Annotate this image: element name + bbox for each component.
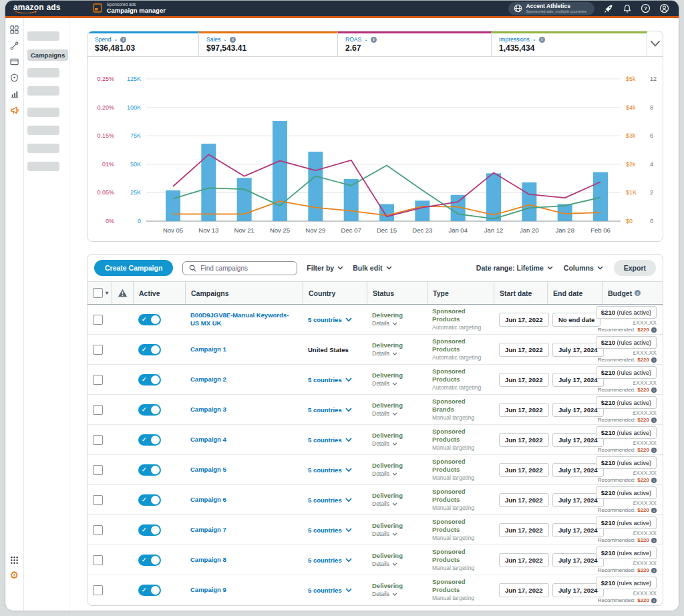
budget-field[interactable]: $210 (rules active) xyxy=(596,547,657,559)
recommended-budget-link[interactable]: $220 xyxy=(637,417,649,423)
nav-placeholder[interactable] xyxy=(27,162,59,171)
budget-field[interactable]: $210 (rules active) xyxy=(596,336,657,349)
country-dropdown[interactable]: 5 countries xyxy=(308,376,352,383)
start-date-field[interactable]: Jun 17, 2022 xyxy=(499,553,549,567)
column-header-campaigns[interactable]: Campaigns xyxy=(185,282,303,304)
status-details-dropdown[interactable]: Details xyxy=(372,561,403,568)
campaign-link[interactable]: B00D9JGV8E-Manual Keywords-US MX UK xyxy=(190,311,297,327)
bulk-edit-dropdown[interactable]: Bulk edit xyxy=(353,264,391,272)
column-header-type[interactable]: Type xyxy=(427,282,494,304)
campaigns-megaphone-icon[interactable] xyxy=(9,105,19,115)
recommendation-info-icon[interactable]: i xyxy=(651,598,657,603)
columns-dropdown[interactable]: Columns xyxy=(564,264,603,272)
metric-info-icon[interactable]: i xyxy=(371,37,377,43)
recommendation-info-icon[interactable]: i xyxy=(651,478,657,483)
active-toggle[interactable]: ✓ xyxy=(138,374,161,386)
active-toggle[interactable]: ✓ xyxy=(138,494,161,506)
row-checkbox[interactable] xyxy=(93,405,103,415)
metric-card-sales[interactable]: Sales⌄i$97,543.41 xyxy=(199,31,338,56)
row-checkbox[interactable] xyxy=(93,465,103,475)
recommended-budget-link[interactable]: $220 xyxy=(637,447,649,453)
recommendation-info-icon[interactable]: i xyxy=(651,538,657,543)
recommendation-info-icon[interactable]: i xyxy=(651,568,657,573)
recommended-budget-link[interactable]: $220 xyxy=(637,537,649,543)
active-toggle[interactable]: ✓ xyxy=(138,585,161,596)
start-date-field[interactable]: Jun 17, 2022 xyxy=(499,463,549,477)
status-details-dropdown[interactable]: Details xyxy=(372,410,403,418)
dashboard-icon[interactable] xyxy=(9,25,19,35)
campaign-link[interactable]: Campaign 2 xyxy=(190,375,226,383)
notifications-bell-icon[interactable] xyxy=(622,3,632,13)
shield-icon[interactable] xyxy=(9,73,19,83)
nav-placeholder[interactable] xyxy=(27,126,59,135)
column-header-end-date[interactable]: End date xyxy=(547,282,602,304)
budget-info-icon[interactable]: i xyxy=(635,290,641,296)
country-dropdown[interactable]: 5 countries xyxy=(308,466,352,474)
recommendation-info-icon[interactable]: i xyxy=(651,388,657,393)
metric-info-icon[interactable]: i xyxy=(539,37,545,43)
row-checkbox[interactable] xyxy=(93,525,103,535)
budget-field[interactable]: $210 (rules active) xyxy=(596,516,657,529)
row-checkbox[interactable] xyxy=(93,555,103,565)
portfolio-icon[interactable] xyxy=(9,57,19,67)
country-dropdown[interactable]: 5 countries xyxy=(308,526,352,534)
start-date-field[interactable]: Jun 17, 2022 xyxy=(499,583,549,597)
campaign-link[interactable]: Campaign 1 xyxy=(190,345,226,353)
account-switcher[interactable]: Accent Athletics Sponsored ads, multiple… xyxy=(508,2,594,15)
column-header-budget[interactable]: Budget i xyxy=(602,282,663,304)
campaign-link[interactable]: Campaign 8 xyxy=(190,556,226,564)
recommendation-info-icon[interactable]: i xyxy=(651,418,657,423)
account-profile-icon[interactable] xyxy=(659,3,669,13)
campaign-link[interactable]: Campaign 7 xyxy=(190,526,226,534)
campaign-link[interactable]: Campaign 9 xyxy=(190,586,226,594)
active-toggle[interactable]: ✓ xyxy=(138,524,161,536)
filter-by-dropdown[interactable]: Filter by xyxy=(307,264,343,272)
row-checkbox[interactable] xyxy=(93,435,103,445)
active-toggle[interactable]: ✓ xyxy=(138,464,161,476)
recommendation-info-icon[interactable]: i xyxy=(651,508,657,513)
end-date-field[interactable]: No end date xyxy=(552,313,601,327)
row-checkbox[interactable] xyxy=(93,375,103,385)
campaign-link[interactable]: Campaign 5 xyxy=(190,466,226,474)
start-date-field[interactable]: Jun 17, 2022 xyxy=(499,403,549,417)
metric-info-icon[interactable]: i xyxy=(230,37,236,43)
share-flow-icon[interactable] xyxy=(9,41,19,51)
status-details-dropdown[interactable]: Details xyxy=(372,350,403,357)
recommendation-info-icon[interactable]: i xyxy=(651,448,657,453)
help-icon[interactable]: ? xyxy=(641,3,651,13)
status-details-dropdown[interactable]: Details xyxy=(372,591,403,598)
column-header-country[interactable]: Country xyxy=(303,282,367,304)
nav-placeholder[interactable] xyxy=(27,68,59,78)
column-header-active[interactable]: Active xyxy=(133,282,185,304)
search-box[interactable] xyxy=(182,261,297,275)
date-range-dropdown[interactable]: Date range: Lifetime xyxy=(476,264,553,272)
metric-card-impressions[interactable]: Impressions⌄i1,435,434 xyxy=(492,31,647,56)
sidebar-item-campaigns[interactable]: Campaigns xyxy=(27,49,68,61)
metric-dropdown-caret-icon[interactable]: ⌄ xyxy=(114,37,118,42)
active-toggle[interactable]: ✓ xyxy=(138,314,161,325)
country-dropdown[interactable]: 5 countries xyxy=(308,496,352,504)
metric-info-icon[interactable]: i xyxy=(120,37,126,43)
metric-dropdown-caret-icon[interactable]: ⌄ xyxy=(532,37,536,42)
nav-placeholder[interactable] xyxy=(27,108,59,117)
metric-dropdown-caret-icon[interactable]: ⌄ xyxy=(223,37,227,42)
start-date-field[interactable]: Jun 17, 2022 xyxy=(499,343,549,357)
status-details-dropdown[interactable]: Details xyxy=(372,500,403,508)
start-date-field[interactable]: Jun 17, 2022 xyxy=(499,313,549,327)
start-date-field[interactable]: Jun 17, 2022 xyxy=(499,493,549,507)
country-dropdown[interactable]: 5 countries xyxy=(308,557,352,564)
active-toggle[interactable]: ✓ xyxy=(138,404,161,416)
active-toggle[interactable]: ✓ xyxy=(138,344,161,355)
app-grid-icon[interactable] xyxy=(9,555,19,565)
nav-placeholder[interactable] xyxy=(27,31,59,41)
budget-field[interactable]: $210 (rules active) xyxy=(596,306,657,319)
campaign-link[interactable]: Campaign 3 xyxy=(190,406,226,414)
column-header-start-date[interactable]: Start date xyxy=(494,282,547,304)
settings-gear-icon[interactable]: ⚙ xyxy=(9,570,19,580)
country-dropdown[interactable]: 5 countries xyxy=(308,587,352,594)
status-details-dropdown[interactable]: Details xyxy=(372,470,403,478)
budget-field[interactable]: $210 (rules active) xyxy=(596,396,657,409)
country-dropdown[interactable]: 5 countries xyxy=(308,316,352,323)
metric-card-spend[interactable]: Spend⌄i$36,481.03 xyxy=(88,31,199,56)
budget-field[interactable]: $210 (rules active) xyxy=(596,366,657,379)
